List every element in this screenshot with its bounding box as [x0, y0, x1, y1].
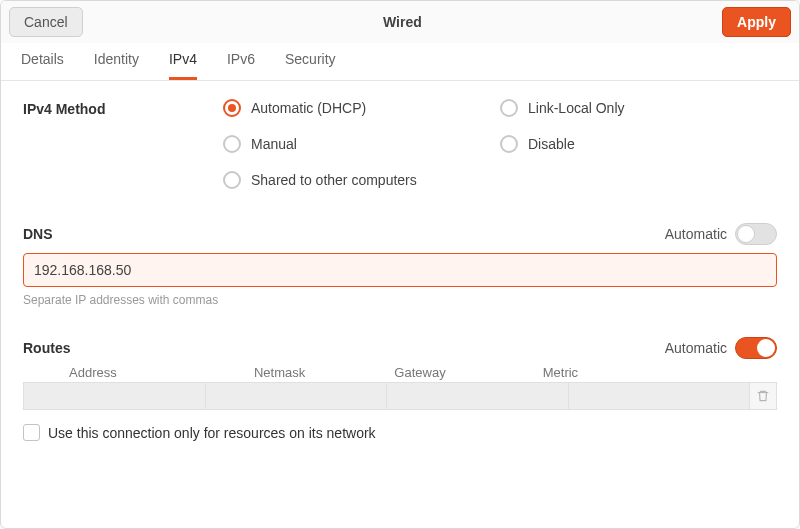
routes-col-gateway: Gateway — [350, 365, 490, 380]
radio-icon — [500, 135, 518, 153]
only-this-network-checkbox[interactable]: Use this connection only for resources o… — [23, 424, 777, 441]
network-settings-dialog: Cancel Wired Apply Details Identity IPv4… — [0, 0, 800, 529]
dns-title: DNS — [23, 226, 53, 242]
route-delete-button[interactable] — [749, 382, 777, 410]
dns-auto-toggle-group: Automatic — [665, 223, 777, 245]
dialog-title: Wired — [383, 14, 422, 30]
tabs: Details Identity IPv4 IPv6 Security — [1, 43, 799, 81]
radio-label: Link-Local Only — [528, 100, 625, 116]
routes-col-address: Address — [29, 365, 209, 380]
ipv4-panel: IPv4 Method Automatic (DHCP) Link-Local … — [1, 81, 799, 528]
radio-icon — [223, 135, 241, 153]
dns-input[interactable] — [23, 253, 777, 287]
apply-button[interactable]: Apply — [722, 7, 791, 37]
route-metric-cell[interactable] — [568, 382, 751, 410]
method-manual[interactable]: Manual — [223, 135, 500, 153]
dns-auto-switch[interactable] — [735, 223, 777, 245]
tab-identity[interactable]: Identity — [94, 43, 139, 80]
routes-auto-toggle-group: Automatic — [665, 337, 777, 359]
routes-row — [23, 382, 777, 410]
radio-label: Disable — [528, 136, 575, 152]
trash-icon — [756, 389, 770, 403]
radio-label: Automatic (DHCP) — [251, 100, 366, 116]
dns-hint: Separate IP addresses with commas — [23, 293, 777, 307]
radio-icon — [223, 171, 241, 189]
routes-col-netmask: Netmask — [209, 365, 349, 380]
tab-details[interactable]: Details — [21, 43, 64, 80]
ipv4-method-section: IPv4 Method Automatic (DHCP) Link-Local … — [23, 99, 777, 189]
route-gateway-cell[interactable] — [386, 382, 569, 410]
checkbox-label: Use this connection only for resources o… — [48, 425, 376, 441]
dialog-header: Cancel Wired Apply — [1, 1, 799, 43]
radio-icon — [223, 99, 241, 117]
method-shared[interactable]: Shared to other computers — [223, 171, 500, 189]
tab-ipv4[interactable]: IPv4 — [169, 43, 197, 80]
method-auto-dhcp[interactable]: Automatic (DHCP) — [223, 99, 500, 117]
tab-ipv6[interactable]: IPv6 — [227, 43, 255, 80]
dns-header: DNS Automatic — [23, 223, 777, 245]
routes-auto-switch[interactable] — [735, 337, 777, 359]
method-link-local[interactable]: Link-Local Only — [500, 99, 777, 117]
routes-col-metric: Metric — [490, 365, 630, 380]
routes-auto-label: Automatic — [665, 340, 727, 356]
route-netmask-cell[interactable] — [205, 382, 388, 410]
routes-section: Routes Automatic Address Netmask Gateway… — [23, 337, 777, 441]
radio-label: Manual — [251, 136, 297, 152]
radio-label: Shared to other computers — [251, 172, 417, 188]
radio-icon — [500, 99, 518, 117]
checkbox-icon — [23, 424, 40, 441]
dns-auto-label: Automatic — [665, 226, 727, 242]
ipv4-method-label: IPv4 Method — [23, 99, 223, 117]
ipv4-method-options: Automatic (DHCP) Link-Local Only Manual … — [223, 99, 777, 189]
tab-security[interactable]: Security — [285, 43, 336, 80]
cancel-button[interactable]: Cancel — [9, 7, 83, 37]
method-disable[interactable]: Disable — [500, 135, 777, 153]
routes-title: Routes — [23, 340, 70, 356]
dns-section: DNS Automatic Separate IP addresses with… — [23, 223, 777, 307]
route-address-cell[interactable] — [23, 382, 206, 410]
routes-columns: Address Netmask Gateway Metric — [23, 365, 777, 380]
routes-header: Routes Automatic — [23, 337, 777, 359]
